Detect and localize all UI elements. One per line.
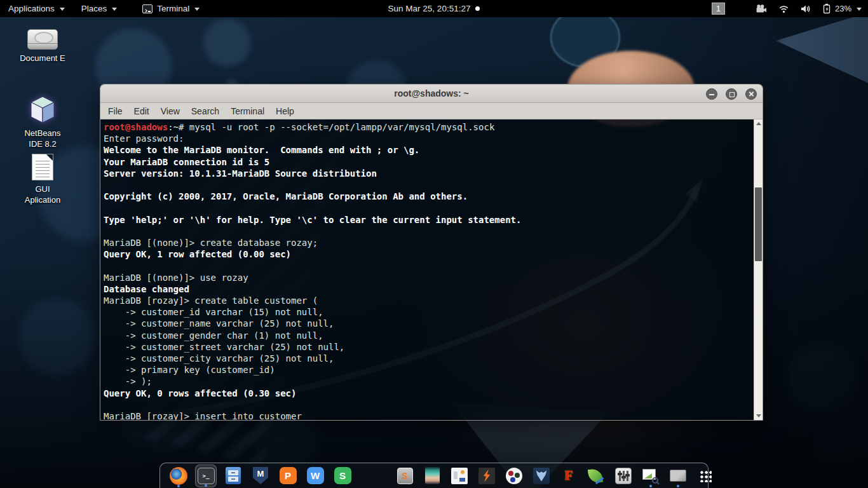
- terminal-output: root@shadows:~# mysql -u root -p --socke…: [100, 119, 763, 420]
- terminal-line: Server version: 10.1.31-MariaDB Source d…: [104, 168, 763, 179]
- leaf-icon: [588, 468, 604, 484]
- window-menubar: FileEditViewSearchTerminalHelp: [100, 103, 763, 119]
- places-menu[interactable]: Places: [73, 0, 126, 17]
- terminal-screen[interactable]: root@shadows:~# mysql -u root -p --socke…: [100, 119, 763, 420]
- dock-wps-presentation[interactable]: P: [277, 464, 299, 487]
- dock-designer-tool[interactable]: [449, 464, 470, 487]
- dropdown-caret-icon: [60, 8, 65, 11]
- dock-audio-mixer[interactable]: [613, 464, 634, 487]
- terminal-line: Type 'help;' or '\h' for help. Type '\c'…: [104, 214, 763, 226]
- app-grid-icon: [699, 470, 712, 482]
- battery-indicator[interactable]: 23%: [822, 3, 862, 14]
- desktop-icon-gui-aplication[interactable]: GUI Aplication: [8, 154, 78, 205]
- applications-menu-label: Applications: [8, 4, 55, 13]
- desktop-icon-document-e[interactable]: Document E: [8, 29, 78, 64]
- clock-text: Sun Mar 25, 20:51:27: [388, 4, 471, 13]
- dock-burp-suite[interactable]: [476, 464, 498, 487]
- dock-file-cabinet[interactable]: [222, 464, 244, 487]
- menu-terminal[interactable]: Terminal: [225, 103, 270, 119]
- scroll-down-arrow-icon[interactable]: [754, 412, 763, 420]
- dock-spacer: [359, 475, 388, 476]
- dock-flame-app[interactable]: F: [558, 464, 580, 487]
- terminal-line: Welcome to the MariaDB monitor. Commands…: [104, 144, 763, 156]
- battery-icon: [822, 3, 831, 14]
- wifi-icon[interactable]: [778, 4, 789, 13]
- desktop-icon-label: Aplication: [8, 194, 78, 205]
- terminal-line: MariaDB [rozay]> insert into customer: [104, 410, 763, 420]
- terminal-line: [104, 202, 763, 214]
- menu-file[interactable]: File: [102, 103, 128, 119]
- terminal-line: -> customer_street varchar (25) not null…: [104, 341, 763, 353]
- terminal-line: Query OK, 0 rows affected (0.30 sec): [104, 388, 763, 399]
- scroll-up-arrow-icon[interactable]: [754, 119, 763, 128]
- file-cabinet-icon: [226, 467, 241, 484]
- bull-icon: [533, 468, 550, 484]
- terminal-line: [104, 179, 763, 191]
- dock-terminal[interactable]: >_: [195, 464, 217, 487]
- dock-sublime-text[interactable]: S: [394, 464, 416, 487]
- terminal-icon: >_: [198, 468, 215, 484]
- dock-bull-app[interactable]: [531, 464, 552, 487]
- dropdown-caret-icon: [857, 8, 862, 11]
- dock-color-wheel-app[interactable]: [503, 464, 525, 487]
- applications-menu[interactable]: Applications: [0, 0, 73, 17]
- dock-notes-app[interactable]: [585, 464, 607, 487]
- terminal-line: Database changed: [104, 283, 763, 295]
- window-titlebar[interactable]: root@shadows: ~: [100, 85, 763, 103]
- character-icon: [425, 467, 440, 484]
- menu-view[interactable]: View: [155, 103, 186, 119]
- battery-percent-label: 23%: [835, 4, 851, 13]
- terminal-line: -> primary key (customer_id): [104, 364, 763, 376]
- terminal-appmenu[interactable]: Terminal: [134, 0, 208, 17]
- screen-recorder-icon[interactable]: [756, 4, 767, 13]
- menu-help[interactable]: Help: [270, 103, 300, 119]
- dock: >_MPWSSF: [159, 463, 709, 488]
- notification-dot-icon: [475, 6, 480, 11]
- wps-w-icon: W: [307, 467, 324, 484]
- minimize-button[interactable]: [706, 88, 717, 100]
- terminal-line: [104, 399, 763, 410]
- terminal-line: -> customer_gender char (1) not null,: [104, 330, 763, 341]
- dock-wps-spreadsheet[interactable]: S: [332, 464, 353, 487]
- document-icon: [32, 154, 53, 180]
- terminal-line: Copyright (c) 2000, 2017, Oracle, MariaD…: [104, 191, 763, 202]
- desktop-icon-netbeans[interactable]: NetBeans IDE 8.2: [8, 95, 78, 149]
- scrollbar[interactable]: [754, 119, 763, 420]
- running-indicator-dot: [649, 485, 652, 487]
- window-title: root@shadows: ~: [394, 88, 469, 98]
- dock-show-apps[interactable]: [695, 464, 716, 487]
- display-icon: [670, 470, 686, 482]
- dock-character-app[interactable]: [421, 464, 443, 487]
- top-panel: Applications Places Terminal Sun Mar 25,…: [0, 0, 868, 17]
- terminal-line: MariaDB [(none)]> create database rozay;: [104, 237, 763, 248]
- menu-search[interactable]: Search: [186, 103, 225, 119]
- dock-metasploit[interactable]: M: [250, 464, 271, 487]
- close-button[interactable]: [745, 88, 757, 100]
- maximize-button[interactable]: [726, 88, 737, 100]
- dock-screenshot-tool[interactable]: [640, 464, 661, 487]
- drive-icon: [27, 29, 58, 50]
- mixer-icon: [615, 468, 632, 484]
- desktop-icon-label: IDE 8.2: [8, 139, 78, 149]
- terminal-icon: [142, 4, 153, 13]
- dock-display-app[interactable]: [667, 464, 689, 487]
- dropdown-caret-icon: [112, 8, 117, 11]
- workspace-indicator[interactable]: 1: [712, 3, 725, 15]
- running-indicator-dot: [177, 485, 180, 487]
- scrollbar-thumb[interactable]: [755, 187, 762, 261]
- firefox-icon: [170, 467, 187, 485]
- places-menu-label: Places: [81, 4, 107, 13]
- terminal-line: -> );: [104, 376, 763, 387]
- terminal-line: root@shadows:~# mysql -u root -p --socke…: [104, 121, 763, 133]
- volume-icon[interactable]: [801, 4, 811, 13]
- screenshot-icon: [642, 468, 659, 484]
- metasploit-icon: M: [253, 467, 268, 484]
- terminal-line: MariaDB [(none)]> use rozay: [104, 272, 763, 283]
- dock-firefox[interactable]: [168, 464, 189, 487]
- menu-edit[interactable]: Edit: [128, 103, 155, 119]
- dock-wps-writer[interactable]: W: [304, 464, 326, 487]
- netbeans-cube-icon: [28, 95, 57, 125]
- sublime-icon: S: [397, 468, 413, 484]
- terminal-line: Enter password:: [104, 133, 763, 144]
- clock[interactable]: Sun Mar 25, 20:51:27: [388, 4, 480, 13]
